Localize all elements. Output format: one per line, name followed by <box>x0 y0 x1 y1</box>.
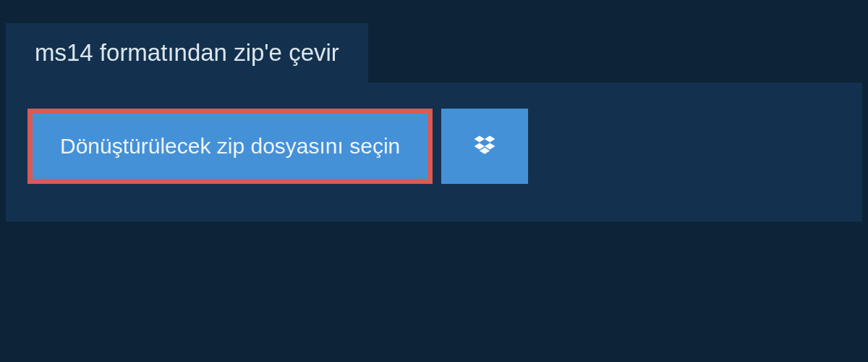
main-panel: Dönüştürülecek zip dosyasını seçin <box>6 83 862 222</box>
dropbox-button[interactable] <box>441 109 528 184</box>
button-row: Dönüştürülecek zip dosyasını seçin <box>27 109 841 184</box>
select-file-button[interactable]: Dönüştürülecek zip dosyasını seçin <box>27 109 433 184</box>
header-tab: ms14 formatından zip'e çevir <box>6 23 368 83</box>
dropbox-icon <box>472 133 498 159</box>
page-title: ms14 formatından zip'e çevir <box>35 39 339 67</box>
select-file-button-label: Dönüştürülecek zip dosyasını seçin <box>60 134 400 159</box>
